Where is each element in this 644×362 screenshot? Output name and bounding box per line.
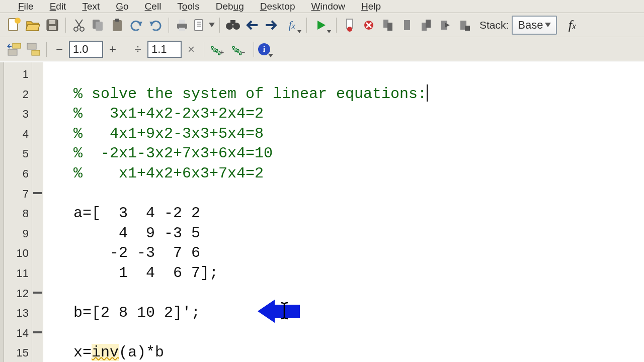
line-number[interactable]: 9 — [4, 224, 32, 244]
toolbar-separator — [204, 42, 204, 57]
insert-fx-button[interactable]: fx — [563, 16, 581, 34]
svg-rect-32 — [32, 50, 40, 55]
copy-button[interactable] — [89, 16, 107, 34]
publish-button[interactable] — [192, 16, 215, 34]
line-number[interactable]: 6 — [4, 164, 32, 184]
line-number[interactable]: 10 — [4, 243, 32, 263]
stack-select[interactable]: Base — [512, 16, 557, 35]
breakpoint-clear-button[interactable] — [360, 16, 378, 34]
code-line: % 4x1+9x2-3x3+5x4=8 — [73, 125, 264, 142]
zoom-clear-button[interactable]: × — [183, 41, 200, 58]
line-number[interactable]: 15 — [4, 343, 32, 362]
breakpoint-clear-icon — [362, 19, 375, 32]
binoculars-icon — [225, 19, 240, 31]
breakpoint-icon — [344, 18, 356, 32]
code-line: -2 -3 7 6 — [73, 244, 200, 261]
menu-desktop[interactable]: Desktop — [252, 0, 303, 14]
zoom-a-input[interactable] — [69, 41, 103, 58]
new-file-button[interactable] — [5, 16, 23, 34]
line-number[interactable]: 7 — [4, 184, 32, 204]
line-number[interactable]: 11 — [4, 263, 32, 284]
scroll-gutter[interactable] — [0, 62, 4, 362]
line-number[interactable]: 13 — [4, 303, 32, 323]
info-button[interactable]: i — [258, 43, 270, 55]
menu-tools[interactable]: Tools — [169, 0, 207, 14]
svg-rect-22 — [387, 23, 392, 31]
line-gutter: 1 2 3 4 5 6 7 8 9 10 11 12 13 14 15 — [4, 62, 32, 362]
step-out-icon — [420, 19, 433, 32]
line-number[interactable]: 3 — [4, 104, 32, 124]
fold-marker[interactable] — [33, 292, 42, 294]
menu-debug[interactable]: Debug — [208, 0, 252, 14]
cell-insert-above-icon — [7, 42, 22, 56]
zoom-minus-button[interactable]: − — [51, 41, 68, 58]
run-button[interactable] — [311, 16, 332, 34]
menu-window[interactable]: Window — [303, 0, 353, 14]
step-out-button[interactable] — [417, 16, 435, 34]
svg-point-5 — [74, 27, 78, 31]
paste-button[interactable] — [108, 16, 126, 34]
new-file-icon — [8, 18, 21, 33]
menu-text[interactable]: Text — [74, 0, 108, 14]
line-number[interactable]: 2 — [4, 84, 32, 105]
breakpoint-set-button[interactable] — [341, 16, 359, 34]
code-line: % 3x1+4x2-2x3+2x4=2 — [73, 105, 264, 122]
print-button[interactable] — [173, 16, 191, 34]
fold-marker[interactable] — [33, 331, 42, 333]
line-number[interactable]: 14 — [4, 323, 32, 343]
svg-rect-25 — [426, 20, 431, 28]
zoom-plus-button[interactable]: + — [104, 41, 121, 58]
annotation-arrow — [203, 279, 246, 304]
fold-marker[interactable] — [33, 192, 42, 194]
svg-rect-17 — [230, 20, 235, 24]
menu-cell[interactable]: Cell — [137, 0, 170, 14]
uncomment-button[interactable]: %%− — [229, 41, 250, 58]
chevron-down-icon — [209, 23, 215, 27]
step-in-button[interactable] — [379, 16, 397, 34]
paste-icon — [111, 18, 123, 32]
menu-help[interactable]: Help — [353, 0, 389, 14]
cell-insert-below-button[interactable] — [24, 40, 42, 58]
menu-file[interactable]: File — [10, 0, 42, 14]
comment-button[interactable]: %%+ — [208, 41, 228, 58]
code-line: 1 4 6 7]; — [73, 264, 218, 282]
code-line: x=inv(a)*b — [73, 344, 164, 361]
svg-point-6 — [80, 27, 84, 31]
line-number[interactable]: 4 — [4, 124, 32, 144]
exit-debug-button[interactable] — [455, 16, 473, 34]
code-area[interactable]: % solve the system of linear equations: … — [43, 62, 644, 362]
chevron-down-icon — [297, 30, 301, 33]
find-button[interactable] — [224, 16, 242, 34]
folder-open-icon — [26, 19, 41, 32]
cut-button[interactable] — [70, 16, 88, 34]
toolbar-separator — [169, 18, 169, 33]
cell-insert-above-button[interactable] — [5, 40, 23, 58]
redo-button[interactable] — [146, 16, 165, 34]
undo-button[interactable] — [127, 16, 145, 34]
save-button[interactable] — [43, 16, 61, 34]
zoom-b-input[interactable] — [147, 41, 182, 58]
code-line: a=[ 3 4 -2 2 — [73, 205, 200, 222]
step-in-icon — [381, 19, 394, 32]
next-button[interactable] — [262, 16, 280, 34]
function-browser-button[interactable]: fx — [281, 16, 302, 34]
svg-rect-13 — [179, 28, 185, 31]
toolbar-separator — [306, 18, 307, 33]
step-button[interactable] — [398, 16, 416, 34]
toolbar-separator — [336, 18, 337, 33]
svg-rect-3 — [49, 20, 55, 24]
menu-edit[interactable]: Edit — [42, 0, 74, 14]
prev-button[interactable] — [243, 16, 261, 34]
editor: 1 2 3 4 5 6 7 8 9 10 11 12 13 14 15 % so… — [0, 62, 644, 362]
line-number[interactable]: 12 — [4, 284, 32, 304]
zoom-divide-button[interactable]: ÷ — [129, 41, 146, 58]
stack-label: Stack: — [479, 19, 509, 31]
svg-rect-29 — [8, 49, 17, 55]
line-number[interactable]: 8 — [4, 204, 32, 224]
line-number[interactable]: 5 — [4, 144, 32, 164]
code-line: % solve the system of linear equations: — [73, 85, 427, 103]
open-file-button[interactable] — [24, 16, 42, 34]
line-number[interactable]: 1 — [4, 64, 32, 84]
continue-button[interactable] — [436, 16, 454, 34]
menu-go[interactable]: Go — [108, 0, 136, 14]
